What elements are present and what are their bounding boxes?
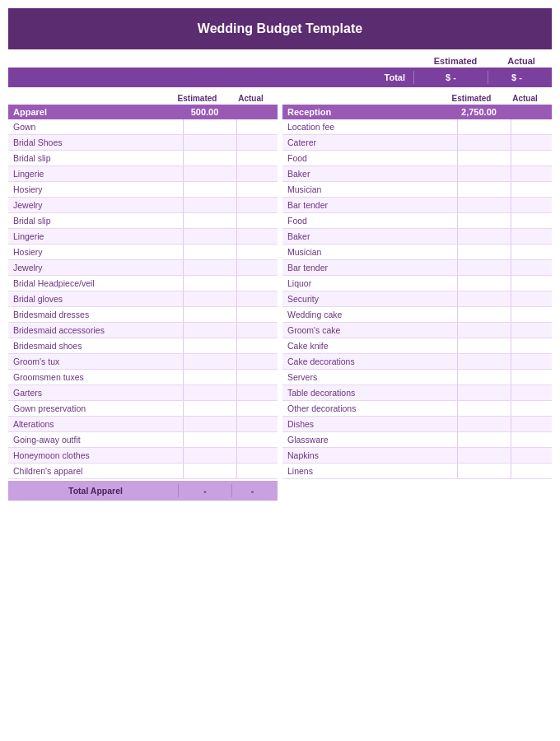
apparel-category-name: Apparel	[13, 107, 178, 117]
list-item: Gown	[8, 119, 278, 135]
list-item: Lingerie	[8, 229, 278, 245]
list-item: Location fee	[282, 119, 552, 135]
reception-estimated-header: Estimated	[445, 94, 498, 103]
list-item: Bar tender	[282, 198, 552, 213]
list-item: Hosiery	[8, 182, 278, 198]
list-item: Bridesmaid shoes	[8, 338, 278, 354]
list-item: Bridal Headpiece/veil	[8, 276, 278, 291]
list-item: Table decorations	[282, 385, 552, 401]
apparel-category-estimated: 500.00	[178, 107, 231, 117]
list-item: Bridesmaid dresses	[8, 307, 278, 323]
list-item: Wedding cake	[282, 307, 552, 323]
list-item: Bridal gloves	[8, 291, 278, 307]
list-item: Children's apparel	[8, 464, 278, 479]
list-item: Gown preservation	[8, 401, 278, 417]
summary-actual-label: Actual	[492, 56, 550, 66]
list-item: Groomsmen tuxes	[8, 370, 278, 385]
apparel-total-label: Total Apparel	[13, 486, 178, 496]
list-item: Bar tender	[282, 260, 552, 276]
apparel-total-est: -	[178, 484, 231, 497]
list-item: Other decorations	[282, 401, 552, 417]
summary-total-row: Total $ - $ -	[8, 68, 552, 87]
main-content: Estimated Actual Apparel 500.00 Gown Bri…	[8, 94, 552, 501]
list-item: Bridal slip	[8, 151, 278, 166]
apparel-total-row: Total Apparel - -	[8, 481, 278, 501]
list-item: Security	[282, 291, 552, 307]
list-item: Bridesmaid accessories	[8, 323, 278, 338]
list-item: Glassware	[282, 432, 552, 448]
apparel-category-row: Apparel 500.00	[8, 105, 278, 119]
list-item: Baker	[282, 166, 552, 182]
list-item: Musician	[282, 245, 552, 260]
apparel-col-header: Estimated Actual	[8, 94, 278, 103]
list-item: Groom's cake	[282, 323, 552, 338]
list-item: Garters	[8, 385, 278, 401]
list-item: Groom's tux	[8, 354, 278, 370]
apparel-total-act: -	[231, 484, 273, 497]
list-item: Going-away outfit	[8, 432, 278, 448]
list-item: Food	[282, 213, 552, 229]
list-item: Cake knife	[282, 338, 552, 354]
summary-actual-value: $ -	[488, 71, 545, 84]
list-item: Cake decorations	[282, 354, 552, 370]
list-item: Linens	[282, 464, 552, 479]
list-item: Musician	[282, 182, 552, 198]
summary-estimated-value: $ -	[413, 71, 488, 84]
list-item: Napkins	[282, 448, 552, 464]
summary-section: Estimated Actual Total $ - $ -	[8, 56, 552, 87]
summary-estimated-label: Estimated	[418, 56, 492, 66]
list-item: Jewelry	[8, 198, 278, 213]
summary-labels: Estimated Actual	[8, 56, 552, 66]
reception-category-row: Reception 2,750.00	[282, 105, 552, 119]
reception-actual-header: Actual	[498, 94, 552, 103]
reception-col-header: Estimated Actual	[282, 94, 552, 103]
list-item: Liquor	[282, 276, 552, 291]
apparel-actual-header: Actual	[224, 94, 278, 103]
list-item: Bridal Shoes	[8, 135, 278, 151]
list-item: Caterer	[282, 135, 552, 151]
page-title: Wedding Budget Template	[8, 8, 552, 49]
list-item: Dishes	[282, 417, 552, 432]
reception-column: Estimated Actual Reception 2,750.00 Loca…	[282, 94, 552, 501]
apparel-column: Estimated Actual Apparel 500.00 Gown Bri…	[8, 94, 278, 501]
list-item: Jewelry	[8, 260, 278, 276]
list-item: Honeymoon clothes	[8, 448, 278, 464]
list-item: Lingerie	[8, 166, 278, 182]
list-item: Bridal slip	[8, 213, 278, 229]
reception-category-estimated: 2,750.00	[452, 107, 506, 117]
list-item: Baker	[282, 229, 552, 245]
apparel-estimated-header: Estimated	[170, 94, 224, 103]
list-item: Hosiery	[8, 245, 278, 260]
list-item: Servers	[282, 370, 552, 385]
reception-category-name: Reception	[287, 107, 452, 117]
summary-total-label: Total	[15, 72, 413, 82]
list-item: Alterations	[8, 417, 278, 432]
list-item: Food	[282, 151, 552, 166]
